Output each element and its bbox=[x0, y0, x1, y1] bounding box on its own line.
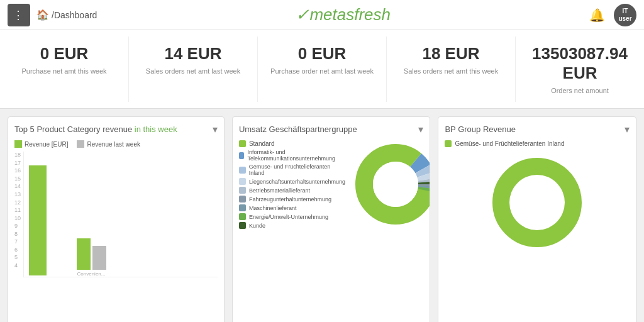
metric-value-3: 18 EUR bbox=[393, 44, 509, 64]
legend-dot-1 bbox=[239, 152, 244, 159]
bp-group-title: BP Group Revenue bbox=[445, 125, 516, 134]
bar-label-1: Convenien... bbox=[75, 271, 107, 277]
charts-row: Top 5 Product Category revenue in this w… bbox=[0, 109, 644, 322]
metric-card-3: 18 EUR Sales orders net amt this week bbox=[387, 36, 516, 102]
legend-dot-2 bbox=[239, 167, 246, 174]
legend-item-2: Gemüse- und Früchtelieferanten Inland bbox=[239, 164, 345, 176]
donut-chart-svg bbox=[352, 140, 430, 228]
bar-title-start: Top 5 Product Category revenue bbox=[14, 125, 135, 134]
donut-chart-dropdown[interactable]: ▾ bbox=[418, 123, 423, 135]
legend-item-7: Energie/Umwelt-Unternehmung bbox=[239, 213, 345, 220]
legend-dot-6 bbox=[239, 204, 246, 211]
donut-content: Standard Informatik- und Telekommunikati… bbox=[239, 140, 424, 236]
breadcrumb-page[interactable]: Dashboard bbox=[54, 10, 97, 20]
donut-svg-container bbox=[352, 140, 430, 236]
bar-group-1: Convenien... bbox=[75, 238, 107, 277]
metric-card-4: 13503087.94 EUR Orders net amount bbox=[516, 36, 644, 102]
bar-gray-1 bbox=[92, 246, 106, 270]
menu-icon: ⋮ bbox=[13, 8, 25, 22]
legend-item-5: Fahrzeugunterhaltunternehmung bbox=[239, 196, 345, 203]
bp-donut-svg-container bbox=[445, 152, 630, 253]
bp-group-header: BP Group Revenue ▾ bbox=[445, 123, 630, 135]
legend-item-0: Standard bbox=[239, 140, 345, 147]
bar-chart-area: 4 5 6 7 8 9 10 11 12 13 14 15 16 17 18 bbox=[14, 152, 218, 277]
legend-last-week-label: Revenue last week bbox=[87, 141, 140, 148]
metric-label-2: Purchase order net amt last week bbox=[264, 67, 380, 75]
legend-item-3: Liegenschaftsunterhaltsunternehmung bbox=[239, 178, 345, 185]
bp-donut-svg bbox=[487, 152, 587, 253]
metric-label-0: Purchase net amt this week bbox=[6, 67, 122, 75]
legend-revenue: Revenue [EUR] bbox=[14, 140, 68, 148]
donut-chart-header: Umsatz Geschäftspartnergruppe ▾ bbox=[239, 123, 424, 135]
legend-item-6: Maschinenlieferant bbox=[239, 204, 345, 211]
bar-chart-panel: Top 5 Product Category revenue in this w… bbox=[8, 116, 225, 322]
bp-group-panel: BP Group Revenue ▾ Gemüse- und Früchteli… bbox=[438, 116, 636, 322]
menu-button[interactable]: ⋮ bbox=[8, 4, 30, 26]
logo-icon: ✓ bbox=[296, 5, 309, 24]
bp-legend-label: Gemüse- und Früchtelieferanten Inland bbox=[455, 140, 564, 147]
bp-legend-dot bbox=[445, 140, 452, 147]
bp-donut-legend: Gemüse- und Früchtelieferanten Inland bbox=[445, 140, 630, 147]
legend-dot-8 bbox=[239, 222, 246, 229]
bar-green-1 bbox=[77, 238, 91, 270]
legend-last-week: Revenue last week bbox=[77, 140, 140, 148]
legend-item-1: Informatik- und Telekommunikationsuntern… bbox=[239, 149, 345, 162]
metric-label-1: Sales orders net amt last week bbox=[135, 67, 251, 75]
metric-value-4: 13503087.94 EUR bbox=[522, 44, 638, 83]
legend-item-8: Kunde bbox=[239, 222, 345, 229]
legend-item-4: Betriebsmateriallieferant bbox=[239, 187, 345, 194]
svg-point-11 bbox=[509, 175, 565, 230]
bell-icon[interactable]: 🔔 bbox=[589, 8, 605, 23]
legend-revenue-color bbox=[14, 140, 22, 148]
legend-dot-7 bbox=[239, 213, 246, 220]
legend-dot-0 bbox=[239, 140, 246, 147]
legend-dot-3 bbox=[239, 178, 246, 185]
bp-legend-item: Gemüse- und Früchtelieferanten Inland bbox=[445, 140, 630, 147]
avatar-text: ITuser bbox=[618, 8, 631, 23]
donut-chart-title: Umsatz Geschäftspartnergruppe bbox=[239, 125, 357, 134]
bar-chart-title: Top 5 Product Category revenue in this w… bbox=[14, 125, 177, 134]
metrics-row: 0 EUR Purchase net amt this week 14 EUR … bbox=[0, 30, 644, 109]
bar-group-0 bbox=[29, 165, 47, 277]
topbar: ⋮ 🏠 / Dashboard ✓metasfresh 🔔 ITuser bbox=[0, 0, 644, 30]
bar-chart-legend: Revenue [EUR] Revenue last week bbox=[14, 140, 218, 148]
donut-chart-panel: Umsatz Geschäftspartnergruppe ▾ Standard… bbox=[232, 116, 431, 322]
bar-chart-header: Top 5 Product Category revenue in this w… bbox=[14, 123, 218, 135]
metric-label-4: Orders net amount bbox=[522, 87, 638, 94]
legend-last-week-color bbox=[77, 140, 84, 148]
legend-dot-5 bbox=[239, 196, 246, 203]
legend-dot-4 bbox=[239, 187, 246, 194]
bp-group-dropdown[interactable]: ▾ bbox=[625, 123, 630, 135]
app-logo: ✓metasfresh bbox=[296, 5, 391, 25]
bar-title-highlight: in this week bbox=[135, 125, 177, 134]
logo-text: metasfresh bbox=[309, 5, 391, 24]
bar-chart-yaxis: 4 5 6 7 8 9 10 11 12 13 14 15 16 17 18 bbox=[14, 152, 21, 277]
donut-legend: Standard Informatik- und Telekommunikati… bbox=[239, 140, 345, 231]
home-icon[interactable]: 🏠 bbox=[36, 9, 49, 21]
bar-green-0 bbox=[29, 165, 47, 275]
metric-card-2: 0 EUR Purchase order net amt last week bbox=[258, 36, 387, 102]
bar-chart-bars: Convenien... bbox=[23, 152, 218, 277]
avatar[interactable]: ITuser bbox=[614, 4, 636, 26]
metric-value-2: 0 EUR bbox=[264, 44, 380, 64]
svg-point-9 bbox=[373, 162, 418, 207]
metric-card-0: 0 EUR Purchase net amt this week bbox=[0, 36, 129, 102]
metric-card-1: 14 EUR Sales orders net amt last week bbox=[129, 36, 258, 102]
legend-revenue-label: Revenue [EUR] bbox=[25, 141, 68, 148]
bar-chart-dropdown[interactable]: ▾ bbox=[213, 123, 218, 135]
metric-value-0: 0 EUR bbox=[6, 44, 122, 64]
metric-value-1: 14 EUR bbox=[135, 44, 251, 64]
metric-label-3: Sales orders net amt this week bbox=[393, 67, 509, 75]
